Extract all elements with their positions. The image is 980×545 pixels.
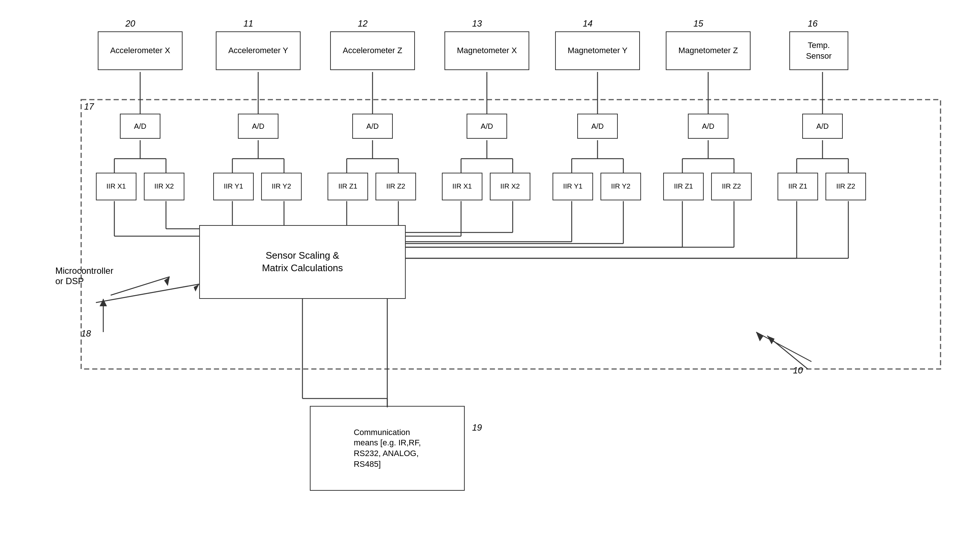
svg-marker-74 xyxy=(194,284,199,292)
sensor-mag-z: Magnetometer Z xyxy=(666,31,751,70)
sensor-accel-x-label: Accelerometer X xyxy=(110,45,170,56)
ref-19: 19 xyxy=(472,422,482,433)
iir-z2-2: IIR Z2 xyxy=(711,173,752,200)
ref-10: 10 xyxy=(793,365,803,376)
iir-z1-3: IIR Z1 xyxy=(778,173,818,200)
svg-line-75 xyxy=(767,336,808,369)
ref-18: 18 xyxy=(81,328,91,339)
iir-z2-3: IIR Z2 xyxy=(826,173,866,200)
iir-z2-2-label: IIR Z2 xyxy=(722,182,741,191)
ad-4: A/D xyxy=(466,114,507,139)
sensor-mag-x: Magnetometer X xyxy=(444,31,529,70)
svg-marker-72 xyxy=(100,299,107,306)
sensor-scaling-box: Sensor Scaling & Matrix Calculations xyxy=(199,225,406,299)
iir-z1-2: IIR Z1 xyxy=(663,173,704,200)
iir-y2-1-label: IIR Y2 xyxy=(272,182,291,191)
ad-6: A/D xyxy=(688,114,729,139)
sensor-temp: Temp. Sensor xyxy=(789,31,848,70)
iir-z2-1-label: IIR Z2 xyxy=(386,182,405,191)
sensor-mag-y: Magnetometer Y xyxy=(555,31,640,70)
ad-1: A/D xyxy=(120,114,161,139)
microcontroller-text: Microcontrolleror DSP xyxy=(55,266,113,286)
sensor-mag-y-label: Magnetometer Y xyxy=(568,45,627,56)
ad-4-label: A/D xyxy=(480,121,493,131)
iir-x1-2-label: IIR X1 xyxy=(453,182,472,191)
ad-5-label: A/D xyxy=(591,121,603,131)
ref-13: 13 xyxy=(472,18,482,29)
comm-label: Communicationmeans [e.g. IR,RF,RS232, AN… xyxy=(350,424,425,473)
iir-y1-2: IIR Y1 xyxy=(552,173,593,200)
sensor-accel-z: Accelerometer Z xyxy=(330,31,415,70)
iir-x1-2: IIR X1 xyxy=(442,173,482,200)
ad-7: A/D xyxy=(802,114,843,139)
sensor-accel-z-label: Accelerometer Z xyxy=(343,45,402,56)
sensor-temp-label: Temp. Sensor xyxy=(806,40,832,61)
ad-5: A/D xyxy=(577,114,618,139)
svg-marker-68 xyxy=(756,332,764,341)
iir-y1-1: IIR Y1 xyxy=(213,173,254,200)
ad-3: A/D xyxy=(352,114,393,139)
iir-y1-1-label: IIR Y1 xyxy=(224,182,243,191)
iir-y2-1: IIR Y2 xyxy=(261,173,302,200)
ad-3-label: A/D xyxy=(366,121,379,131)
sensor-scaling-label: Sensor Scaling & Matrix Calculations xyxy=(262,249,343,274)
ref-12: 12 xyxy=(358,18,368,29)
ad-7-label: A/D xyxy=(816,121,829,131)
iir-x2-1: IIR X2 xyxy=(144,173,185,200)
sensor-accel-x: Accelerometer X xyxy=(98,31,183,70)
svg-line-67 xyxy=(756,332,811,362)
iir-y2-2: IIR Y2 xyxy=(600,173,641,200)
ad-6-label: A/D xyxy=(702,121,714,131)
ref-16: 16 xyxy=(808,18,818,29)
iir-z2-1: IIR Z2 xyxy=(375,173,416,200)
iir-x1-1: IIR X1 xyxy=(96,173,137,200)
ad-1-label: A/D xyxy=(134,121,146,131)
svg-marker-76 xyxy=(767,336,775,344)
svg-line-69 xyxy=(111,277,170,295)
svg-line-73 xyxy=(96,284,199,303)
ref-11: 11 xyxy=(243,18,253,29)
sensor-mag-z-label: Magnetometer Z xyxy=(678,45,738,56)
iir-y2-2-label: IIR Y2 xyxy=(611,182,630,191)
iir-x2-2-label: IIR X2 xyxy=(501,182,520,191)
ref-17: 17 xyxy=(84,102,94,112)
sensor-accel-y: Accelerometer Y xyxy=(216,31,301,70)
iir-z2-3-label: IIR Z2 xyxy=(836,182,855,191)
ref-15: 15 xyxy=(694,18,703,29)
comm-box: Communicationmeans [e.g. IR,RF,RS232, AN… xyxy=(310,406,465,491)
iir-z1-3-label: IIR Z1 xyxy=(788,182,807,191)
ad-2-label: A/D xyxy=(252,121,264,131)
iir-z1-2-label: IIR Z1 xyxy=(674,182,693,191)
ad-2: A/D xyxy=(238,114,278,139)
sensor-mag-x-label: Magnetometer X xyxy=(457,45,517,56)
iir-x2-2: IIR X2 xyxy=(490,173,530,200)
iir-y1-2-label: IIR Y1 xyxy=(563,182,582,191)
iir-z1-1: IIR Z1 xyxy=(328,173,368,200)
svg-marker-70 xyxy=(164,277,170,286)
iir-z1-1-label: IIR Z1 xyxy=(338,182,357,191)
iir-x2-1-label: IIR X2 xyxy=(154,182,174,191)
sensor-accel-y-label: Accelerometer Y xyxy=(228,45,288,56)
microcontroller-label: Microcontrolleror DSP xyxy=(55,266,113,286)
ref-20: 20 xyxy=(126,18,135,29)
ref-14: 14 xyxy=(583,18,593,29)
iir-x1-1-label: IIR X1 xyxy=(107,182,126,191)
